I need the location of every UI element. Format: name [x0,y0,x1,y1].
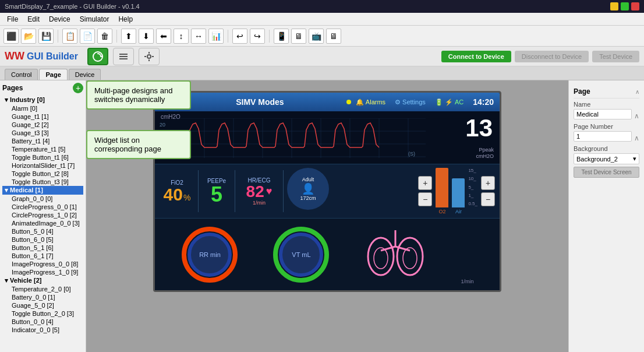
background-dropdown[interactable]: Background_2 ▾ [574,153,639,164]
tree-item-btn51[interactable]: Button_5_1 [6] [9,244,83,252]
toolbar-align-center[interactable]: ↕ [174,29,189,44]
tree-item-toggle2[interactable]: Toggle Button_2_0 [3] [9,309,83,318]
svg-point-24 [397,238,423,275]
tooltip-widget-list-text: Widget list on corresponding page [94,136,161,153]
toolbar-align-top[interactable]: ⬆ [121,29,136,44]
menu-help[interactable]: Help [114,14,137,24]
tree-item-battery-t1[interactable]: Battery_t1 [4] [9,137,83,145]
menu-device[interactable]: Device [44,14,75,24]
pages-panel-header: Pages + [2,83,83,93]
tree-item-circle2[interactable]: CircleProgress_1_0 [2] [9,211,83,219]
tree-item-guage-t3[interactable]: Guage_t3 [3] [9,129,83,137]
tree-item-imgprogress1[interactable]: ImageProgress_1_0 [9] [9,268,83,276]
toolbar-open[interactable]: 📂 [21,29,36,44]
test-device-screen-button[interactable]: Test Device Screen [574,167,639,178]
tree-item-circle1[interactable]: CircleProgress_0_0 [1] [9,203,83,211]
toolbar-new[interactable]: ⬛ [3,29,19,44]
toolbar-distribute[interactable]: ↔ [191,29,206,44]
menu-file[interactable]: File [2,14,23,24]
background-chevron-icon: ▾ [633,155,636,163]
toolbar-undo[interactable]: ↩ [232,29,247,44]
toolbar-align-bottom[interactable]: ⬇ [139,29,154,44]
lungs-display [363,224,427,284]
maximize-button[interactable] [621,2,629,10]
tree-item-animated[interactable]: AnimatedImage_0_0 [3] [9,219,83,227]
add-page-button[interactable]: + [73,83,83,93]
ring-rr: RR min [181,226,239,284]
tree-item-btn61[interactable]: Button_6_1 [7] [9,252,83,260]
svg-point-23 [368,238,394,275]
header-area: WW GUI Builder Connect to Device Disconn… [0,47,644,66]
menu-simulator[interactable]: Simulator [75,14,114,24]
tab-control[interactable]: Control [5,69,38,80]
tree-item-btn60[interactable]: Button_6_0 [5] [9,235,83,244]
test-device-button[interactable]: Test Device [592,51,639,62]
tab-page[interactable]: Page [39,69,67,80]
bars-and-spinbox: + − O2 Air 15_ [331,168,495,214]
toolbar-device1[interactable]: 📱 [274,29,289,44]
tree-item-alarm[interactable]: Alarm [0] [9,104,83,112]
right-panel: Page ∧ Name Medical ∧ Page Number 1 ∧ Ba… [568,80,644,352]
toolbar-device2[interactable]: 🖥 [291,29,306,44]
y-tick-20: 20 [160,122,169,128]
page-number-value: 1 [574,131,632,142]
page-number-chevron[interactable]: ∧ [634,134,639,142]
mode-button-active[interactable] [87,48,108,65]
vehicle-children: Temperature_2_0 [0] Battery_0_0 [1] Guag… [2,285,83,334]
toolbar-align-left[interactable]: ⬅ [156,29,171,44]
connect-device-button[interactable]: Connect to Device [441,51,511,62]
name-row: Medical ∧ [574,109,639,123]
tree-item-btn0[interactable]: Button_0_0 [4] [9,318,83,326]
tree-item-toggle-btn-t3[interactable]: Toggle Button_t3 [9] [9,178,83,186]
menu-edit[interactable]: Edit [23,14,44,24]
name-value: Medical [574,109,632,119]
spinbox-minus-o2[interactable]: − [418,192,432,206]
tree-item-guage-t1[interactable]: Guage_t1 [1] [9,112,83,121]
spinbox-minus-air[interactable]: − [481,192,495,206]
tooltip-multipage-text: Multi-page designs and switches dynamica… [94,86,172,104]
spinbox-plus-air[interactable]: + [481,176,495,190]
battery-indicator: 🔋 ⚡ AC [435,98,463,106]
mode-button-list[interactable] [113,48,134,65]
spinbox-plus-o2[interactable]: + [418,176,432,190]
page-section: Page ∧ Name Medical ∧ Page Number 1 ∧ Ba… [574,85,639,178]
tree-group-medical[interactable]: ▾ Medical [1] [2,186,83,195]
disconnect-device-button[interactable]: Disconnect to Device [515,51,589,62]
minimize-button[interactable] [610,2,618,10]
tree-item-guage-t2[interactable]: Guage_t2 [2] [9,121,83,129]
tree-group-vehicle[interactable]: ▾ Vehicle [2] [2,276,83,285]
logo-ww: WW [5,50,24,62]
toolbar-device4[interactable]: 🖥 [326,29,341,44]
heart-icon: ♥ [266,185,273,198]
tree-item-toggle-btn-t2[interactable]: Toggle Button_t2 [8] [9,170,83,178]
tree-item-imgprogress0[interactable]: ImageProgress_0_0 [8] [9,260,83,268]
tree-item-hslider-t1[interactable]: HorizontalSlider_t1 [7] [9,161,83,170]
toolbar-delete[interactable]: 🗑 [97,29,112,44]
close-button[interactable] [631,2,639,10]
tree-item-temperature-t1[interactable]: Temperature_t1 [5] [9,145,83,153]
page-chevron[interactable]: ∧ [635,89,639,95]
tree-item-guage5[interactable]: Guage_5_0 [2] [9,301,83,309]
tree-item-temp2[interactable]: Temperature_2_0 [0] [9,285,83,293]
industry-children: Alarm [0] Guage_t1 [1] Guage_t2 [2] Guag… [2,104,83,186]
toolbar-redo[interactable]: ↪ [250,29,265,44]
screen-time: 14:20 [473,97,494,107]
tree-item-indicator[interactable]: Indicator_0_0 [5] [9,326,83,334]
bar-o2-container: O2 [436,168,448,214]
name-chevron[interactable]: ∧ [634,112,639,120]
toolbar-sep4 [269,30,270,43]
toolbar-save[interactable]: 💾 [38,29,54,44]
tree-group-industry[interactable]: ▾ Industry [0] [2,96,83,104]
toolbar-chart[interactable]: 📊 [208,29,224,44]
mode-button-settings[interactable] [139,48,160,65]
tab-device[interactable]: Device [69,69,101,80]
pages-panel: Pages + ▾ Industry [0] Alarm [0] Guage_t… [0,80,86,352]
toolbar-copy[interactable]: 📋 [62,29,77,44]
tree-item-battery0[interactable]: Battery_0_0 [1] [9,293,83,301]
toolbar-paste[interactable]: 📄 [80,29,95,44]
vital-peep: PEEPe 5 [202,168,231,214]
tree-item-btn50[interactable]: Button_5_0 [4] [9,227,83,235]
tree-item-graph[interactable]: Graph_0_0 [0] [9,195,83,203]
tree-item-toggle-btn-t1[interactable]: Toggle Button_t1 [6] [9,153,83,161]
toolbar-device3[interactable]: 📺 [309,29,324,44]
